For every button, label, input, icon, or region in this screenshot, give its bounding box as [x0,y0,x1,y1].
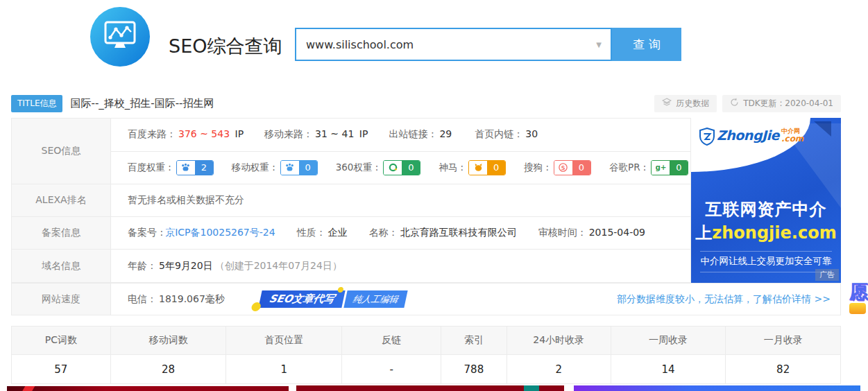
strip-accent [22,386,35,391]
beian-row-label: 备案信息 [12,217,111,249]
beian-company: 名称：北京育路互联科技有限公司 [369,227,519,239]
sogou-weight: 搜狗 : S 0 [524,160,591,175]
site-logo[interactable] [90,7,150,67]
stats-value[interactable]: 14 [611,355,726,383]
query-button[interactable]: 查 询 [612,28,681,61]
search-box: ▼ 查 询 [295,28,681,61]
history-data-label: 历史数据 [676,98,709,110]
page-title: SEO综合查询 [169,34,282,59]
zhongjie-ad-banner[interactable]: ZhongJie 中介网 .com 互联网资产中介 上zhongjie.com … [691,118,841,283]
shenma-cat-icon [469,161,487,175]
domain-created-note: （创建于2014年07月24日） [215,260,342,272]
mobile-weight-badge[interactable]: 0 [280,160,318,175]
floating-widget-text: 愿 [849,281,868,302]
svg-text:g+: g+ [656,164,666,172]
domain-input-wrap: ▼ [295,28,612,61]
360-weight: 360权重 : 0 [336,160,421,175]
keyword-stats-table: PC词数 移动词数 首页位置 反链 索引 24小时收录 一周收录 一月收录 57… [11,326,841,384]
baidu-traffic: 百度来路：376 ~ 543 IP [128,128,244,141]
mobile-weight: 移动权重 : 0 [232,160,318,175]
telecom-speed-value: 1819.067毫秒 [159,293,225,306]
sogou-weight-badge[interactable]: S 0 [554,160,591,175]
stats-value[interactable]: 82 [725,355,840,383]
promo-left-label: SEO文章代写 [258,290,345,308]
promo-dot [250,302,262,311]
promo-right-label: 纯人工编辑 [343,290,407,308]
bottom-ad-strip[interactable] [296,385,564,391]
baidu-paw-icon [177,161,195,175]
ad-brand-text: ZhongJie [717,128,779,143]
refresh-icon [730,98,739,109]
stats-col-header: 移动词数 [110,327,226,354]
domain-row: 域名信息 年龄： 5年9月20日 （创建于2014年07月24日） [11,250,691,283]
beian-row: 备案信息 备案号 :京ICP备10025267号-24 性质：企业 名称：北京育… [11,217,691,250]
sogou-s-icon: S [554,161,572,175]
estimate-details-link[interactable]: 部分数据维度较小，无法估算，了解估价详情 >> [617,293,831,306]
beian-audit-date: 审核时间：2015-04-09 [538,227,647,239]
ad-brand-com: .com [781,134,803,143]
stats-value[interactable]: 57 [12,355,110,383]
bottom-ad-strip[interactable] [574,385,860,391]
baidu-weight-badge[interactable]: 2 [176,160,214,175]
stats-value-row: 57 28 1 - 788 2 14 82 [12,355,840,383]
monitor-chart-icon [103,19,137,55]
tdk-update-label: TDK更新 : 2020-04-01 [743,98,833,110]
beian-number: 备案号 :京ICP备10025267号-24 [128,227,278,239]
title-bar-actions: 历史数据 TDK更新 : 2020-04-01 [654,95,841,112]
stats-header-row: PC词数 移动词数 首页位置 反链 索引 24小时收录 一周收录 一月收录 [12,327,840,355]
floating-promo-widget[interactable]: 愿 [849,281,868,314]
ad-divider [700,272,832,272]
seo-info-row: SEO信息 百度来路：376 ~ 543 IP 移动来路：31 ~ 41 IP … [11,118,691,184]
stats-col-header: 一月收录 [725,327,840,354]
stats-value: - [341,355,441,383]
ad-label: 广告 [815,269,839,281]
baidu-weight: 百度权重 : 2 [128,160,214,175]
traffic-subrow: 百度来路：376 ~ 543 IP 移动来路：31 ~ 41 IP 出站链接：2… [111,119,690,152]
outbound-links: 出站链接：29 [389,128,454,141]
history-data-button[interactable]: 历史数据 [654,95,717,112]
alexa-row-label: ALEXA排名 [12,184,111,216]
floating-widget-decoration [849,303,866,314]
stats-value[interactable]: 28 [110,355,226,383]
shenma-weight-badge[interactable]: 0 [468,160,506,175]
weights-subrow: 百度权重 : 2 移动权重 : 0 360权 [111,152,690,184]
seo-info-row-label: SEO信息 [12,119,111,184]
stats-col-header: 首页位置 [225,327,341,354]
seo-info-table: SEO信息 百度来路：376 ~ 543 IP 移动来路：31 ~ 41 IP … [11,118,691,283]
google-pr-badge[interactable]: g+ 0 [651,160,688,175]
stats-col-header: 一周收录 [611,327,726,354]
google-pr: 谷歌PR : g+ 0 [609,160,688,175]
ad-divider [700,251,832,252]
google-plus-icon: g+ [652,161,670,175]
strip-accent [524,385,539,391]
layers-icon [662,98,672,109]
stats-col-header: 24小时收录 [507,327,611,354]
seo-article-promo-banner[interactable]: SEO文章代写 纯人工编辑 [258,290,407,308]
stats-value[interactable]: 2 [507,355,611,383]
ad-headline: 互联网资产中介 [691,198,841,220]
telecom-label: 电信： [128,293,157,306]
alexa-no-data-text: 暂无排名或相关数据不充分 [128,194,244,207]
tdk-update-button[interactable]: TDK更新 : 2020-04-01 [722,95,841,112]
stats-value[interactable]: 788 [441,355,507,383]
mobile-traffic: 移动来路：31 ~ 41 IP [264,128,368,141]
360-ring-icon [384,161,402,175]
alexa-row: ALEXA排名 暂无排名或相关数据不充分 [11,184,691,217]
domain-age-label: 年龄： [128,260,157,272]
ad-slogan: 中介网让线上交易更加安全可靠 [691,255,841,268]
beian-number-link[interactable]: 京ICP备10025267号-24 [165,227,275,238]
chevron-down-icon[interactable]: ▼ [596,41,602,49]
speed-row: 网站速度 电信： 1819.067毫秒 SEO文章代写 纯人工编辑 部分数据维度… [11,283,841,315]
domain-age-value: 5年9月20日 [159,260,213,272]
ad-domain-line: 上zhongjie.com [691,222,841,244]
title-bar: TITLE信息 国际--_择校_招生-国际--招生网 历史数据 TDK更新 : … [11,94,841,112]
zhongjie-shield-icon [699,128,715,148]
domain-input[interactable] [296,29,611,60]
baidu-paw-icon [281,161,299,175]
stats-value[interactable]: 1 [225,355,341,383]
stats-col-header: 反链 [341,327,441,354]
seo-query-page: SEO综合查询 ▼ 查 询 TITLE信息 国际--_择校_招生-国际--招生网… [0,0,868,391]
bottom-ad-strip[interactable] [7,386,289,391]
360-weight-badge[interactable]: 0 [383,160,420,175]
shenma-weight: 神马 : 0 [439,160,506,175]
